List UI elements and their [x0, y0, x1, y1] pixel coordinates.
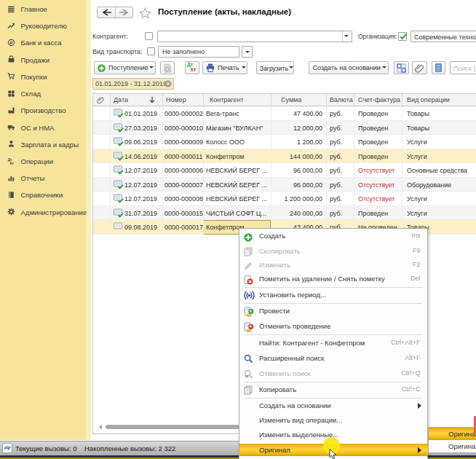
svg-text:Дт: Дт: [7, 157, 12, 161]
svg-text:P: P: [9, 40, 12, 45]
svg-text:Кт: Кт: [9, 161, 14, 165]
